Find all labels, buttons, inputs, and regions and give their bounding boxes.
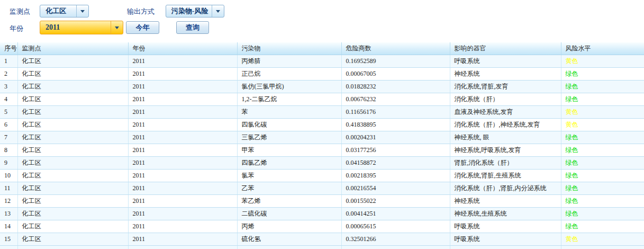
cell-no: 12 [0,195,17,208]
monitor-point-dropdown-button[interactable] [76,5,88,17]
cell-risk: 绿色 [561,220,644,233]
this-year-button[interactable]: 今年 [126,21,159,34]
cell-organs: 消化系统（肝） [450,93,561,106]
cell-no: 1 [0,55,17,68]
table-row[interactable]: 5化工区2011苯0.11656176血液及神经系统,发育黄色 [0,106,644,119]
chevron-down-icon [216,10,220,15]
cell-pollutant: 甲苯 [237,144,341,157]
cell-year: 2011 [128,220,237,233]
cell-no: 11 [0,182,17,195]
cell-site: 化工区 [17,157,128,170]
cell-site: 化工区 [17,208,128,220]
table-row[interactable]: 9化工区2011四氯乙烯0.04158872肾脏,消化系统（肝）绿色 [0,157,644,170]
cell-hq: 0.00414251 [341,208,450,220]
cell-site: 化工区 [17,220,128,233]
cell-organs: 呼吸系统 [450,220,561,233]
year-select[interactable]: 2011 [40,21,123,34]
cell-site: 化工区 [17,144,128,157]
table-row[interactable]: 11化工区2011乙苯0.00216554消化系统（肝）,肾脏,内分泌系统绿色 [0,182,644,195]
column-header[interactable]: 污染物 [237,42,341,55]
column-header[interactable]: 影响的器官 [450,42,561,55]
cell-risk: 绿色 [561,144,644,157]
cell-organs: 呼吸系统 [450,55,561,68]
cell-risk: 绿色 [561,93,644,106]
cell-no: 14 [0,220,17,233]
cell-organs: 消化系统,肾脏,发育 [450,81,561,93]
table-row[interactable]: 14化工区2011丙烯0.00065615呼吸系统绿色 [0,220,644,233]
column-header[interactable]: 危险商数 [341,42,450,55]
cell-site: 化工区 [17,93,128,106]
cell-no: 4 [0,93,17,106]
cell-site: 化工区 [17,195,128,208]
table-row-partial [0,246,644,249]
monitor-point-label: 监测点 [10,7,30,16]
cell-organs: 消化系统,肾脏,生殖系统 [450,170,561,182]
table-row[interactable]: 2化工区2011正己烷0.00067005神经系统绿色 [0,68,644,81]
cell-empty [17,246,128,249]
chevron-down-icon [80,10,85,15]
cell-empty [341,246,450,249]
year-dropdown-button[interactable] [111,21,123,34]
cell-no: 15 [0,233,17,246]
table-row[interactable]: 8化工区2011甲苯0.03177256神经系统,呼吸系统,发育绿色 [0,144,644,157]
pollutant-risk-page: 监测点 化工区 输出方式 污染物-风险 年份 2011 今年 查询 序号监测点年… [0,0,644,249]
output-mode-dropdown-button[interactable] [212,5,224,17]
cell-hq: 0.03177256 [341,144,450,157]
cell-organs: 神经系统, 眼 [450,131,561,144]
cell-hq: 0.11656176 [341,106,450,119]
cell-risk: 黄色 [561,119,644,131]
table-row[interactable]: 13化工区2011二硫化碳0.00414251神经系统,生殖系统绿色 [0,208,644,220]
cell-year: 2011 [128,55,237,68]
cell-hq: 0.00065615 [341,220,450,233]
cell-year: 2011 [128,106,237,119]
output-mode-select[interactable]: 污染物-风险 [166,5,224,17]
cell-risk: 黄色 [561,55,644,68]
cell-pollutant: 正己烷 [237,68,341,81]
table-row[interactable]: 6化工区2011四氯化碳0.41838895消化系统（肝）,神经系统,发育黄色 [0,119,644,131]
cell-risk: 绿色 [561,208,644,220]
cell-pollutant: 四氯乙烯 [237,157,341,170]
cell-no: 9 [0,157,17,170]
cell-hq: 0.04158872 [341,157,450,170]
cell-risk: 黄色 [561,106,644,119]
cell-site: 化工区 [17,81,128,93]
cell-site: 化工区 [17,119,128,131]
cell-pollutant: 丙烯 [237,220,341,233]
column-header[interactable]: 年份 [128,42,237,55]
cell-pollutant: 苯 [237,106,341,119]
cell-organs: 呼吸系统 [450,233,561,246]
results-table: 序号监测点年份污染物危险商数影响的器官风险水平 1化工区2011丙烯腈0.169… [0,42,644,249]
output-mode-label: 输出方式 [127,7,155,16]
table-row[interactable]: 3化工区2011氯仿(三氯甲烷)0.01828232消化系统,肾脏,发育绿色 [0,81,644,93]
column-header[interactable]: 监测点 [17,42,128,55]
monitor-point-select[interactable]: 化工区 [40,5,89,17]
cell-site: 化工区 [17,106,128,119]
cell-pollutant: 二硫化碳 [237,208,341,220]
column-header[interactable]: 序号 [0,42,17,55]
chevron-down-icon [115,26,119,31]
cell-year: 2011 [128,81,237,93]
cell-empty [450,246,561,249]
query-button[interactable]: 查询 [176,21,209,34]
table-row[interactable]: 15化工区2011硫化氢0.32501266呼吸系统黄色 [0,233,644,246]
cell-organs: 神经系统,生殖系统 [450,208,561,220]
column-header[interactable]: 风险水平 [561,42,644,55]
cell-no: 3 [0,81,17,93]
cell-risk: 绿色 [561,195,644,208]
table-body: 1化工区2011丙烯腈0.16952589呼吸系统黄色2化工区2011正己烷0.… [0,55,644,249]
cell-pollutant: 乙苯 [237,182,341,195]
table-row[interactable]: 4化工区20111,2-二氯乙烷0.00676232消化系统（肝）绿色 [0,93,644,106]
cell-site: 化工区 [17,170,128,182]
cell-risk: 黄色 [561,233,644,246]
cell-hq: 0.00218395 [341,170,450,182]
cell-organs: 神经系统 [450,68,561,81]
table-row[interactable]: 1化工区2011丙烯腈0.16952589呼吸系统黄色 [0,55,644,68]
cell-risk: 绿色 [561,81,644,93]
cell-pollutant: 三氯乙烯 [237,131,341,144]
cell-site: 化工区 [17,131,128,144]
cell-risk: 绿色 [561,131,644,144]
table-row[interactable]: 7化工区2011三氯乙烯0.00204231神经系统, 眼绿色 [0,131,644,144]
table-row[interactable]: 12化工区2011苯乙烯0.00155022神经系统绿色 [0,195,644,208]
table-row[interactable]: 10化工区2011氯苯0.00218395消化系统,肾脏,生殖系统绿色 [0,170,644,182]
cell-empty [128,246,237,249]
